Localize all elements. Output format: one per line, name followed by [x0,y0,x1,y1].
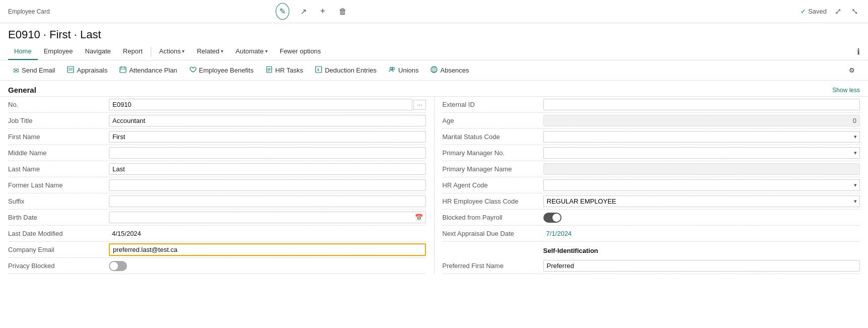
last-name-input[interactable] [109,163,426,175]
page-label: Employee Card [8,8,50,15]
marital-status-label: Marital Status Code [443,133,543,141]
job-title-row: Job Title [8,113,426,129]
related-dropdown-icon: ▾ [221,48,223,54]
company-email-row: Company Email [8,242,426,258]
former-last-name-input[interactable] [109,179,426,191]
last-date-modified-value: 4/15/2024 [109,228,144,239]
self-identification-heading: Self-Identification [543,244,598,256]
unions-icon [389,66,396,75]
appraisals-icon [67,66,74,75]
middle-name-label: Middle Name [8,149,109,157]
age-input [543,115,860,126]
pencil-icon: ✎ [279,7,286,16]
nav-report[interactable]: Report [117,43,149,60]
primary-manager-no-select[interactable] [543,147,860,159]
nav-home[interactable]: Home [8,43,38,60]
nav-automate[interactable]: Automate ▾ [229,43,274,60]
middle-name-row: Middle Name [8,145,426,161]
absences-icon [430,66,438,75]
email-icon: ✉ [13,67,19,75]
section-header: General Show less [0,81,868,97]
former-last-name-label: Former Last Name [8,181,109,189]
hr-agent-code-row: HR Agent Code ▾ [443,177,860,193]
actions-dropdown-icon: ▾ [182,48,184,54]
delete-button[interactable]: 🗑 [337,5,349,18]
birth-date-row: Birth Date 📅 [8,210,426,226]
nav-bar: Home Employee Navigate Report Actions ▾ … [0,43,868,60]
suffix-input[interactable] [109,195,426,207]
preferred-first-name-input[interactable] [543,260,860,272]
show-less-link[interactable]: Show less [832,87,860,94]
no-ellipsis-button[interactable]: ··· [413,100,425,110]
primary-manager-no-label: Primary Manager No. [443,149,543,157]
nav-divider [151,47,151,57]
job-title-input[interactable] [109,115,426,126]
next-appraisal-label: Next Appraisal Due Date [443,230,543,237]
info-icon[interactable]: ℹ [857,47,860,56]
marital-status-select[interactable] [543,131,860,143]
age-label: Age [443,117,543,124]
collapse-button[interactable]: ⤡ [849,5,860,18]
suffix-row: Suffix [8,193,426,210]
attendance-plan-button[interactable]: Attendance Plan [114,63,182,77]
marital-status-row: Marital Status Code ▾ [443,129,860,145]
next-appraisal-value: 7/1/2024 [543,228,575,239]
svg-text:$: $ [317,68,320,72]
no-input[interactable] [109,99,412,110]
last-name-label: Last Name [8,165,109,173]
action-bar: ✉ Send Email Appraisals Attendance Plan [0,60,868,81]
hr-employee-class-row: HR Employee Class Code REGULAR EMPLOYEE … [443,193,860,210]
primary-manager-name-label: Primary Manager Name [443,165,543,173]
section-title: General [8,86,36,94]
deduction-entries-button[interactable]: $ Deduction Entries [310,63,382,77]
trash-icon: 🗑 [339,7,347,16]
suffix-label: Suffix [8,198,109,205]
share-button[interactable]: ↗ [298,5,309,18]
blocked-payroll-label: Blocked from Payroll [443,214,543,221]
hr-tasks-icon [266,66,273,75]
birth-date-input[interactable] [109,212,426,223]
check-icon: ✓ [800,8,806,15]
send-email-button[interactable]: ✉ Send Email [8,64,60,77]
customize-bar-button[interactable]: ⚙ [844,64,860,77]
unions-button[interactable]: Unions [384,63,423,77]
add-button[interactable]: + [318,4,328,19]
nav-employee[interactable]: Employee [38,43,79,60]
settings-icon: ⚙ [849,67,855,74]
hr-employee-class-label: HR Employee Class Code [443,198,543,205]
employee-benefits-button[interactable]: Employee Benefits [184,63,259,77]
first-name-input[interactable] [109,131,426,143]
blocked-payroll-toggle[interactable] [543,213,562,223]
svg-rect-0 [68,67,74,73]
external-id-input[interactable] [543,99,860,110]
nav-fewer-options[interactable]: Fewer options [274,43,327,60]
nav-related[interactable]: Related ▾ [191,43,229,60]
appraisals-button[interactable]: Appraisals [62,63,112,77]
self-identification-row: Self-Identification [443,242,860,258]
deduction-icon: $ [315,66,322,75]
collapse-icon: ⤡ [851,7,858,16]
nav-actions[interactable]: Actions ▾ [153,43,191,60]
primary-manager-name-input [543,163,860,175]
hr-employee-class-select[interactable]: REGULAR EMPLOYEE [543,195,860,207]
last-date-modified-label: Last Date Modified [8,230,109,237]
hr-agent-code-select[interactable] [543,179,860,191]
age-row: Age [443,113,860,129]
edit-button[interactable]: ✎ [276,3,289,20]
primary-manager-no-row: Primary Manager No. ▾ [443,145,860,161]
company-email-input[interactable] [109,243,426,256]
open-new-window-button[interactable]: ⤢ [833,5,843,18]
page-title: E0910 · First · Last [8,28,860,41]
nav-navigate[interactable]: Navigate [79,43,117,60]
automate-dropdown-icon: ▾ [265,48,268,54]
company-email-label: Company Email [8,246,109,253]
external-id-row: External ID [443,97,860,113]
middle-name-input[interactable] [109,147,426,159]
hr-tasks-button[interactable]: HR Tasks [261,63,308,77]
external-id-label: External ID [443,101,543,108]
blocked-payroll-row: Blocked from Payroll [443,210,860,226]
open-new-icon: ⤢ [835,7,841,16]
absences-button[interactable]: Absences [425,63,474,77]
attendance-icon [119,66,127,75]
privacy-blocked-toggle[interactable] [109,261,127,271]
